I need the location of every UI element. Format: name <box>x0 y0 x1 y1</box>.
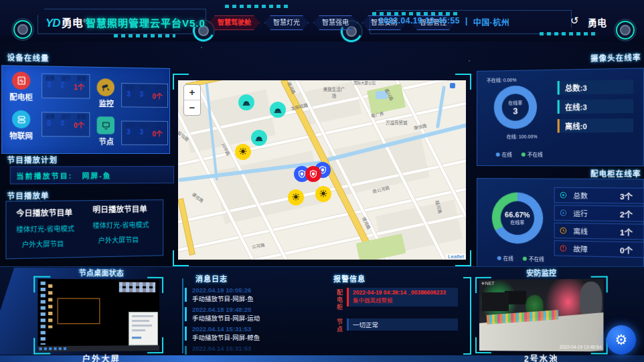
device-online-panel: 配电柜 总数运行报警 321个 监控 总数运行报警 330个 物联网 总数运行报… <box>1 65 170 154</box>
dash-decoration <box>114 34 175 37</box>
outdoor-screen-caption: 户外大屏 <box>33 352 167 362</box>
monitor-marker-icon[interactable] <box>238 94 254 110</box>
panel-bracket-decoration <box>463 277 471 355</box>
stat-running: 2 <box>60 81 64 91</box>
datetime-block: 2022.04.19 13:45:55 | 中国·杭州 <box>379 16 509 27</box>
cabinet-offline-row: 离线1个 <box>554 223 644 240</box>
desktop-icons <box>48 284 52 329</box>
playlist-title: 节目播放单 <box>7 189 50 201</box>
stat-alarm: 0个 <box>74 120 84 130</box>
camera-feed[interactable]: ✳NET 2022-04-19 13:45:54 <box>479 279 604 352</box>
cabinet-total-row: 总数3个 <box>554 187 644 204</box>
stat-total: 3 <box>127 90 131 100</box>
stat-header: 报警 <box>155 122 165 128</box>
monitor-marker-icon[interactable] <box>270 102 286 118</box>
current-program-bar: 当前播放节目: 网屏-鱼 <box>10 166 174 184</box>
log-entry: 2022.04.19 10:05:26手动播放节目-网屏-鱼 <box>185 286 319 304</box>
dialog-window <box>129 312 158 345</box>
map-place-label: 万溢商贸城 <box>386 119 408 126</box>
security-camera-group: 安防监控 ✳NET 2022-04-19 13:45:54 2号水池 <box>475 266 609 362</box>
stat-header: 总数 <box>125 121 134 128</box>
stat-header: 报警 <box>155 84 165 91</box>
tab-cockpit[interactable]: 智慧驾驶舱 <box>209 15 260 30</box>
taskbar <box>37 345 159 351</box>
log-entry: 2022.04.18 19:48:20手动播放节目-网屏-运动 <box>185 306 319 324</box>
log-divider <box>182 278 183 353</box>
node-icon <box>97 116 114 134</box>
cabinet-legend: 在线 不在线 <box>497 254 544 263</box>
device-stats: 总数运行报警 321个 <box>42 74 90 99</box>
dashboard: YD勇电® 智慧照明管理云平台V5.0 智慧驾驶舱 智慧灯光 智慧强电 智慧安防… <box>0 0 644 362</box>
selection-rectangle <box>58 298 100 324</box>
stat-header: 总数 <box>125 84 134 90</box>
camera-online-stat: 在线:3 <box>558 99 633 114</box>
cabinet-alarm-entry: 2022-04-19 04:39:14 _00386606233 集中器离线警报 <box>347 288 458 306</box>
stat-running: 0 <box>60 120 64 130</box>
device-name: 配电柜 <box>3 91 39 102</box>
alarm-panel: 报警信息 配电柜 2022-04-19 04:39:14 _0038660623… <box>327 270 473 357</box>
donut-center-value: 3 <box>513 106 517 116</box>
camera-watermark: ✳NET <box>481 281 495 286</box>
back-icon[interactable]: ↺ <box>570 15 579 27</box>
stat-header: 报警 <box>77 113 86 120</box>
pool-caption: 2号水池 <box>475 352 609 362</box>
fault-icon <box>559 244 568 253</box>
stat-total: 3 <box>47 81 51 91</box>
camera-donut: 在线率 3 <box>494 86 537 129</box>
settings-gear-button[interactable]: ⚙ <box>607 325 636 355</box>
map-section: 堤河路 龙船坞路 美致生活广场 国际大厦公馆 盛兴路 南广弄 万溢商贸城 康信路… <box>173 74 471 266</box>
map-road-label: 康信路 <box>413 122 427 131</box>
stat-total: 0 <box>47 120 51 130</box>
device-panel-title: 设备在线量 <box>7 52 50 64</box>
playlist-item[interactable]: 户外大屏节目 <box>22 238 64 250</box>
cabinet-donut: 66.67% 在线率 <box>492 192 543 244</box>
logo-yd-icon: YD <box>46 17 60 29</box>
play-plan-title: 节目播放计划 <box>7 154 58 165</box>
header-knob-icon <box>614 19 637 41</box>
shield-alarm-marker-icon[interactable] <box>305 166 321 182</box>
lamp-marker-icon[interactable] <box>235 144 251 160</box>
map[interactable]: 堤河路 龙船坞路 美致生活广场 国际大厦公馆 盛兴路 南广弄 万溢商贸城 康信路… <box>178 80 466 260</box>
log-entry: 2022.04.14 15:31:53手动播放节目-网屏-鲸鱼 <box>185 325 319 343</box>
message-log-title: 消息日志 <box>195 273 228 284</box>
offline-clock-icon <box>559 226 568 235</box>
device-name: 监控 <box>91 98 121 109</box>
playlist-item[interactable]: 楼体灯光-省电模式 <box>92 219 149 230</box>
user-name[interactable]: 勇电 <box>588 15 607 29</box>
monitor-marker-icon[interactable] <box>251 130 267 146</box>
stat-alarm: 1个 <box>74 82 84 92</box>
playlist-today-heading[interactable]: 今日播放节目单 <box>16 207 72 218</box>
right-column: 摄像头在线率 不在线: 0.00% 在线率 3 在线: 100.00% 在线 不… <box>474 40 644 272</box>
left-column: 设备在线量 配电柜 总数运行报警 321个 监控 总数运行报警 330个 <box>0 40 171 270</box>
map-road-label: 康信路 <box>191 191 206 204</box>
legend-offline: 不在线 <box>523 255 544 263</box>
current-program-value: 网屏-鱼 <box>82 170 112 180</box>
lamp-marker-icon[interactable] <box>288 189 304 205</box>
stat-running: 3 <box>139 128 143 139</box>
stat-header: 报警 <box>77 75 86 82</box>
desktop-screenshot[interactable] <box>37 279 159 352</box>
legend-offline: 不在线 <box>521 151 543 158</box>
tab-lighting[interactable]: 智慧灯光 <box>264 15 309 30</box>
stat-total: 3 <box>127 128 131 139</box>
tab-power[interactable]: 智慧强电 <box>313 15 357 30</box>
camera-panel-title: 摄像头在线率 <box>590 52 641 64</box>
map-place-label: 美致生活广场 <box>323 86 345 99</box>
log-list: 2022.04.19 10:05:26手动播放节目-网屏-鱼 2022.04.1… <box>185 286 319 355</box>
zoom-in-button[interactable]: + <box>184 85 200 100</box>
donut-center-value: 66.67% <box>505 211 530 219</box>
device-name: 物联网 <box>2 130 40 141</box>
camera-offline-stat: 离线:0 <box>558 118 633 132</box>
offline-pct-label: 不在线: 0.00% <box>487 76 517 84</box>
donut-center-label: 在线率 <box>508 99 522 106</box>
cabinet-panel-title: 配电柜在线率 <box>590 167 641 179</box>
desktop-icons <box>41 282 46 345</box>
leaflet-attribution[interactable]: Leaflet <box>446 254 466 260</box>
playlist-tomorrow-heading[interactable]: 明日播放节目单 <box>92 203 147 214</box>
camera-legend: 在线 不在线 <box>496 151 543 158</box>
playlist-item[interactable]: 户外大屏节目 <box>98 234 139 245</box>
header: YD勇电® 智慧照明管理云平台V5.0 智慧驾驶舱 智慧灯光 智慧强电 智慧安防… <box>0 0 644 41</box>
playlist-item[interactable]: 楼体灯光-省电模式 <box>16 223 74 234</box>
lamp-marker-icon[interactable] <box>315 186 331 202</box>
zoom-out-button[interactable]: − <box>184 100 200 115</box>
